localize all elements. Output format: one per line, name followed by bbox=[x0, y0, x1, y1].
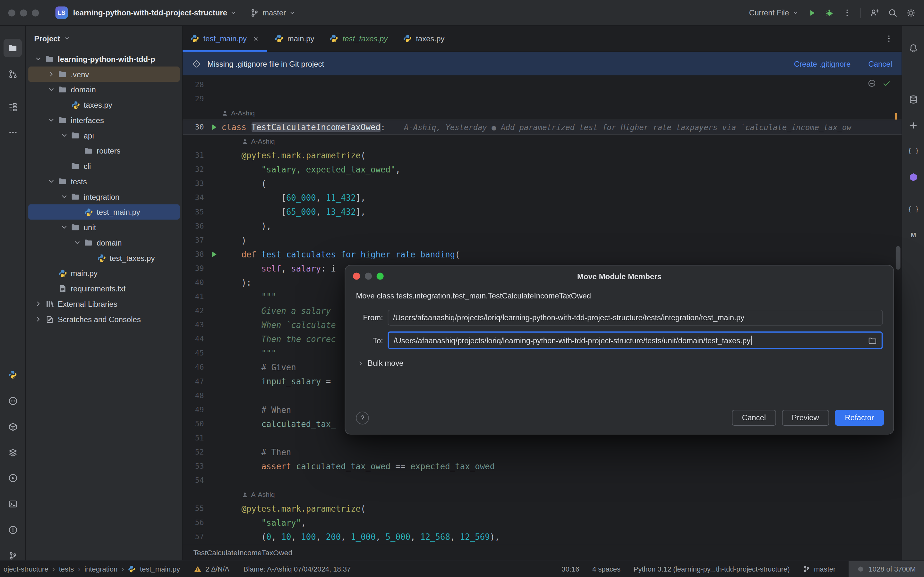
status-crumb[interactable]: tests bbox=[59, 565, 74, 573]
search-everywhere-icon[interactable] bbox=[888, 8, 897, 17]
status-problems-widget[interactable]: 2 ∆/N/A bbox=[194, 565, 229, 573]
branch-switcher[interactable]: master bbox=[250, 8, 296, 17]
run-icon[interactable] bbox=[3, 469, 22, 487]
tree-item-cli[interactable]: cli bbox=[28, 158, 180, 174]
documentation-icon[interactable]: { } bbox=[904, 141, 922, 160]
tree-item-domain[interactable]: domain bbox=[28, 82, 180, 97]
code-with-me-icon[interactable] bbox=[870, 8, 879, 17]
tree-item-.venv[interactable]: .venv bbox=[28, 67, 180, 82]
editor-breadcrumb[interactable]: TestCalculateIncomeTaxOwed bbox=[183, 545, 901, 561]
tree-item-main.py[interactable]: main.py bbox=[28, 266, 180, 281]
endpoints-icon[interactable]: { } bbox=[904, 200, 922, 218]
tab-options-icon[interactable] bbox=[885, 26, 893, 51]
chevron-down-icon[interactable] bbox=[46, 85, 57, 93]
chevron-down-icon[interactable] bbox=[46, 177, 57, 185]
browse-folder-icon[interactable] bbox=[868, 336, 877, 345]
chevron-down-icon[interactable] bbox=[72, 239, 82, 247]
tree-item-scratches-and-consoles[interactable]: Scratches and Consoles bbox=[28, 311, 180, 327]
create-gitignore-link[interactable]: Create .gitignore bbox=[794, 59, 851, 68]
memory-indicator[interactable]: 1028 of 3700M bbox=[849, 561, 924, 577]
project-switcher[interactable]: learning-python-with-tdd-project-structu… bbox=[68, 8, 237, 17]
tree-item-interfaces[interactable]: interfaces bbox=[28, 113, 180, 128]
tree-item-test-main.py[interactable]: test_main.py bbox=[28, 204, 180, 219]
notifications-icon[interactable] bbox=[904, 39, 922, 57]
tree-item-routers[interactable]: routers bbox=[28, 143, 180, 158]
status-breadcrumbs[interactable]: oject-structure›tests›integration›test_m… bbox=[3, 565, 180, 573]
ai-assistant-icon[interactable] bbox=[904, 116, 922, 134]
chevron-right-icon[interactable] bbox=[33, 315, 44, 324]
python-packages-icon[interactable] bbox=[3, 417, 22, 436]
tree-item-external-libraries[interactable]: External Libraries bbox=[28, 296, 180, 311]
dependencies-icon[interactable] bbox=[904, 168, 922, 186]
tree-item-requirements.txt[interactable]: requirements.txt bbox=[28, 281, 180, 296]
inspections-widget[interactable] bbox=[867, 79, 891, 88]
python-interpreter-widget[interactable]: Python 3.12 (learning-py...th-tdd-projec… bbox=[634, 565, 790, 573]
tree-item-tests[interactable]: tests bbox=[28, 174, 180, 189]
run-test-icon[interactable] bbox=[206, 123, 222, 131]
dialog-zoom-button[interactable] bbox=[376, 272, 384, 279]
project-panel-header[interactable]: Project bbox=[26, 26, 182, 51]
inline-blame-author[interactable]: A-Ashiq bbox=[183, 106, 901, 120]
tree-item-domain[interactable]: domain bbox=[28, 235, 180, 250]
status-crumb[interactable]: oject-structure bbox=[3, 565, 48, 573]
maven-icon[interactable]: M bbox=[904, 226, 922, 243]
indent-widget[interactable]: 4 spaces bbox=[592, 565, 620, 573]
tree-item-unit[interactable]: unit bbox=[28, 219, 180, 235]
services-icon[interactable] bbox=[3, 443, 22, 462]
refactor-button[interactable]: Refactor bbox=[835, 410, 884, 426]
more-tool-windows-icon[interactable] bbox=[3, 123, 22, 141]
run-test-icon[interactable] bbox=[206, 250, 222, 259]
chevron-down-icon[interactable] bbox=[46, 116, 57, 124]
inline-blame-author[interactable]: A-Ashiq bbox=[183, 488, 901, 502]
caret-position-widget[interactable]: 30:16 bbox=[561, 565, 579, 573]
database-icon[interactable] bbox=[904, 90, 922, 108]
chevron-right-icon[interactable] bbox=[33, 300, 44, 308]
bulk-move-toggle[interactable]: Bulk move bbox=[357, 359, 883, 367]
cancel-button[interactable]: Cancel bbox=[732, 410, 776, 426]
git-branch-widget[interactable]: master bbox=[803, 565, 835, 573]
tab-test-taxes.py[interactable]: test_taxes.py bbox=[322, 26, 395, 51]
tab-taxes.py[interactable]: taxes.py bbox=[395, 26, 452, 51]
project-tool-window-icon[interactable] bbox=[3, 39, 22, 57]
dialog-close-button[interactable] bbox=[353, 272, 360, 279]
run-button[interactable] bbox=[808, 9, 816, 17]
structure-icon[interactable] bbox=[3, 98, 22, 116]
preview-button[interactable]: Preview bbox=[782, 410, 829, 426]
tree-item-integration[interactable]: integration bbox=[28, 189, 180, 205]
inline-blame-author[interactable]: A-Ashiq bbox=[183, 134, 901, 148]
debug-button[interactable] bbox=[825, 8, 834, 17]
minimize-window-button[interactable] bbox=[20, 9, 27, 16]
chevron-right-icon[interactable] bbox=[46, 70, 57, 79]
chevron-down-icon[interactable] bbox=[59, 223, 69, 231]
status-crumb[interactable]: integration bbox=[84, 565, 118, 573]
status-blame-widget[interactable]: Blame: A-Ashiq 07/04/2024, 18:37 bbox=[244, 565, 351, 573]
more-actions-icon[interactable] bbox=[843, 8, 852, 17]
scrollbar-thumb[interactable] bbox=[896, 246, 901, 269]
sci-view-icon[interactable] bbox=[3, 392, 22, 410]
tree-item-test-taxes.py[interactable]: test_taxes.py bbox=[28, 250, 180, 266]
chevron-down-icon[interactable] bbox=[33, 55, 44, 63]
tab-test-main.py[interactable]: test_main.py bbox=[183, 26, 267, 51]
problems-icon[interactable] bbox=[3, 521, 22, 539]
dialog-minimize-button[interactable] bbox=[365, 272, 372, 279]
help-button[interactable]: ? bbox=[356, 411, 368, 424]
banner-cancel-link[interactable]: Cancel bbox=[868, 59, 892, 68]
terminal-icon[interactable] bbox=[3, 495, 22, 513]
code-text: @pytest.mark.parametrize( bbox=[222, 502, 902, 516]
tree-item-taxes.py[interactable]: taxes.py bbox=[28, 97, 180, 113]
pull-requests-icon[interactable] bbox=[3, 65, 22, 83]
status-crumb[interactable]: test_main.py bbox=[140, 565, 180, 573]
to-path-field[interactable]: /Users/afaanashiq/projects/loriq/learnin… bbox=[388, 332, 883, 349]
close-window-button[interactable] bbox=[8, 9, 15, 16]
run-config-selector[interactable]: Current File bbox=[749, 8, 799, 17]
python-console-icon[interactable] bbox=[3, 366, 22, 384]
tree-item-learning-python-with-tdd-p[interactable]: learning-python-with-tdd-p bbox=[28, 51, 180, 67]
tree-item-api[interactable]: api bbox=[28, 128, 180, 143]
from-path-field[interactable]: /Users/afaanashiq/projects/loriq/learnin… bbox=[388, 309, 883, 326]
tab-main.py[interactable]: main.py bbox=[267, 26, 322, 51]
close-tab-icon[interactable] bbox=[252, 35, 259, 42]
settings-icon[interactable] bbox=[906, 8, 916, 17]
chevron-down-icon[interactable] bbox=[59, 131, 69, 140]
zoom-window-button[interactable] bbox=[32, 9, 39, 16]
chevron-down-icon[interactable] bbox=[59, 193, 69, 201]
